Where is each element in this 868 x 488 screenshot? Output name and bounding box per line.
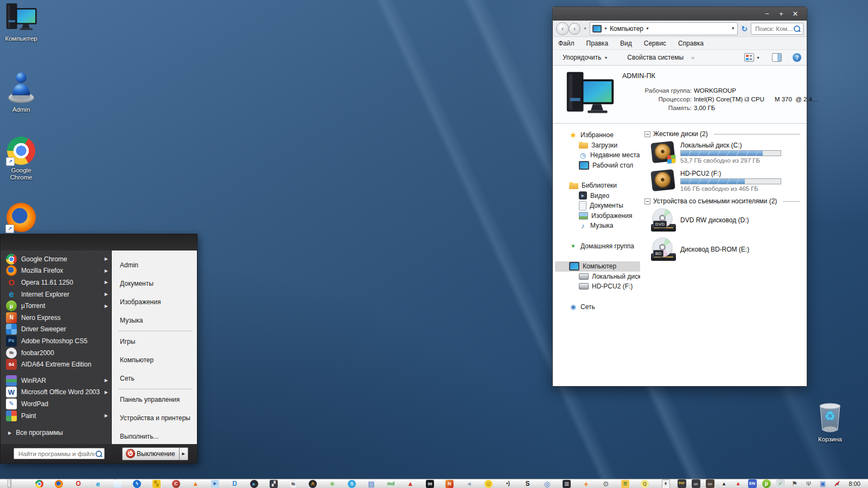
speaker-app-icon[interactable]: ◄: [465, 480, 473, 488]
tv-player-icon[interactable]: 99: [426, 480, 434, 488]
color-triangle-app-icon[interactable]: ▲: [406, 480, 414, 488]
address-bar[interactable]: ▼ Компьютер ▼ ▼: [590, 22, 738, 35]
preview-pane-button[interactable]: [772, 53, 782, 62]
menu-tools[interactable]: Сервис: [644, 40, 666, 47]
view-selector-button[interactable]: ▼: [744, 53, 760, 62]
help-button[interactable]: ?: [793, 53, 801, 62]
desktop-icon-recycle-bin[interactable]: ♻ Корзина: [810, 401, 850, 443]
menu-view[interactable]: Вид: [620, 40, 632, 47]
atom-app-icon[interactable]: ◎: [543, 480, 551, 488]
system-properties-button[interactable]: Свойства системы: [623, 54, 688, 61]
skype-icon[interactable]: S: [348, 480, 356, 488]
start-menu-place-панель-управления[interactable]: Панель управления: [112, 390, 197, 409]
on-switch-2-icon[interactable]: on: [706, 479, 714, 488]
nav-item-компьютер[interactable]: Компьютер: [555, 261, 640, 272]
chrome-icon[interactable]: [35, 480, 43, 488]
start-menu-item-mozilla-firefox[interactable]: Mozilla Firefox▶: [1, 265, 111, 277]
start-menu-place-компьютер[interactable]: Компьютер: [112, 351, 197, 369]
nav-item-документы[interactable]: Документы: [555, 201, 640, 211]
desktop-icon-admin[interactable]: Admin: [2, 69, 41, 113]
collapse-group-icon[interactable]: [644, 131, 650, 137]
tray-scroll-buttons[interactable]: ▲▼: [662, 479, 670, 488]
menu-edit[interactable]: Правка: [586, 40, 609, 47]
start-menu-place-сеть[interactable]: Сеть: [112, 369, 197, 388]
start-menu-place-устройства-и-принтеры[interactable]: Устройства и принтеры: [112, 409, 197, 427]
desktop-icon-firefox[interactable]: ↗: [2, 203, 41, 232]
toolbar-overflow-button[interactable]: »: [691, 54, 694, 61]
chart-folder-app-icon[interactable]: ≣: [621, 480, 629, 488]
drive-item-hd-pcu2-f-[interactable]: HD-PCU2 (F:)166 ГБ свободно из 465 ГБ: [651, 169, 801, 192]
drive-item-локальный-диск-c-[interactable]: Локальный диск (C:)53,7 ГБ свободно из 2…: [651, 141, 801, 164]
shutdown-options-button[interactable]: ▶: [180, 447, 188, 460]
foobar2000-icon[interactable]: fb: [289, 480, 297, 488]
power-plug-icon[interactable]: Ψ: [805, 479, 813, 488]
start-menu-place-admin[interactable]: Admin: [112, 256, 197, 274]
nav-item-сеть[interactable]: ◉Сеть: [555, 302, 640, 312]
download-master-icon[interactable]: md: [387, 480, 395, 488]
start-menu-item-wordpad[interactable]: ✎WordPad: [1, 398, 111, 410]
start-menu-item-nero-express[interactable]: NNero Express: [1, 312, 111, 324]
minimize-button[interactable]: −: [760, 9, 774, 19]
nav-item-изображения[interactable]: Изображения: [555, 211, 640, 221]
search-person-app-icon[interactable]: Q: [641, 480, 649, 488]
all-programs-button[interactable]: ▶ Все программы: [1, 421, 111, 436]
menu-file[interactable]: Файл: [558, 40, 575, 47]
start-button[interactable]: [8, 479, 11, 487]
maximize-button[interactable]: +: [774, 9, 788, 19]
firefox-icon[interactable]: [55, 480, 63, 488]
internet-explorer-icon[interactable]: e: [94, 480, 102, 488]
utorrent-tray-icon[interactable]: µ: [762, 479, 771, 488]
orange-plus-app-icon[interactable]: +: [582, 480, 590, 488]
potplayer-icon[interactable]: D: [231, 480, 239, 488]
shutdown-button[interactable]: Выключение: [122, 447, 180, 460]
safely-remove-hardware-icon[interactable]: ✓: [776, 479, 785, 488]
start-menu-item-opera-11-61-1250[interactable]: OOpera 11.61 1250▶: [1, 277, 111, 288]
start-menu-item-foobar2000[interactable]: fbfoobar2000: [1, 347, 111, 359]
shareman-icon[interactable]: S: [524, 480, 532, 488]
filmstrip-app-icon[interactable]: ▥: [563, 480, 571, 488]
back-button[interactable]: ‹: [556, 22, 569, 35]
nav-item-избранное[interactable]: ★Избранное: [555, 130, 640, 140]
history-dropdown-icon[interactable]: ▼: [583, 27, 587, 30]
dark-media-player-icon[interactable]: ▶: [250, 480, 258, 488]
start-menu-item-aida64-extreme-edition[interactable]: 64AIDA64 Extreme Edition: [1, 358, 111, 370]
start-search-box[interactable]: [14, 448, 105, 459]
aimp-icon[interactable]: A: [309, 480, 317, 488]
nav-item-рабочий-стол[interactable]: Рабочий стол: [555, 160, 640, 171]
show-hidden-icons-icon[interactable]: ▲: [720, 479, 729, 488]
pdf-tray-icon[interactable]: PDF: [678, 479, 686, 488]
nav-item-библиотеки[interactable]: Библиотеки: [555, 181, 640, 191]
start-menu-item-adobe-photoshop-cs5[interactable]: PsAdobe Photoshop CS5: [1, 335, 111, 347]
start-menu-item-µtorrent[interactable]: µµTorrent▶: [1, 300, 111, 312]
address-dropdown-icon[interactable]: ▼: [731, 26, 735, 31]
window-title-bar[interactable]: − + ✕: [553, 7, 807, 21]
desktop-icon-computer[interactable]: Компьютер: [2, 3, 41, 42]
close-button[interactable]: ✕: [788, 9, 802, 19]
taskbar-clock[interactable]: 8:00: [849, 480, 860, 487]
smiley-app-icon[interactable]: ☺: [484, 480, 493, 488]
start-menu-item-microsoft-office-word-2003[interactable]: WMicrosoft Office Word 2003▶: [1, 387, 111, 399]
start-menu-place-изображения[interactable]: Изображения: [112, 293, 197, 311]
gears-app-icon[interactable]: ⚙: [602, 480, 610, 488]
nav-item-домашняя-группа[interactable]: ✶Домашняя группа: [555, 241, 640, 252]
start-menu-place-музыка[interactable]: Музыка: [112, 311, 197, 330]
volume-muted-icon[interactable]: ◄: [833, 479, 841, 488]
start-menu-item-driver-sweeper[interactable]: Driver Sweeper: [1, 324, 111, 336]
on-switch-1-icon[interactable]: on: [692, 479, 700, 488]
group-header[interactable]: Жесткие диски (2): [644, 130, 801, 138]
nav-item-видео[interactable]: ▶Видео: [555, 191, 640, 201]
start-menu-place-игры[interactable]: Игры: [112, 332, 197, 351]
network-status-icon[interactable]: ▣: [819, 479, 827, 488]
icq-icon[interactable]: ✳: [328, 480, 336, 488]
drive-item-dvd-rw-дисковод-d-[interactable]: DVDDVD RW дисковод (D:): [651, 208, 801, 232]
volume-meter-app-icon[interactable]: •): [504, 480, 512, 488]
menu-help[interactable]: Справка: [678, 40, 704, 47]
nav-item-локальный-диск-c-[interactable]: Локальный диск (C:): [555, 272, 640, 282]
media-player-classic-icon[interactable]: ▶: [211, 480, 219, 488]
opera-icon[interactable]: O: [74, 480, 82, 488]
group-header[interactable]: Устройства со съемными носителями (2): [644, 197, 801, 205]
start-search-input[interactable]: [17, 450, 95, 458]
organize-button[interactable]: Упорядочить▼: [558, 54, 612, 61]
action-center-flag-icon[interactable]: ⚑: [790, 479, 799, 488]
puzzle-app-icon[interactable]: ▚: [152, 480, 161, 488]
